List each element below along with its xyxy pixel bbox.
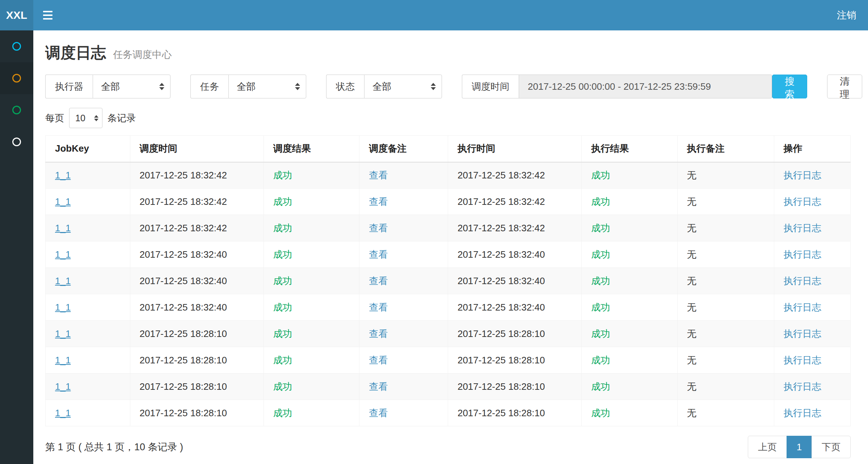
top-navbar: XXL 注销: [0, 0, 868, 30]
pagination-next-button[interactable]: 下页: [812, 436, 851, 458]
sidebar-item-3[interactable]: [0, 94, 33, 126]
jobkey-link[interactable]: 1_1: [55, 170, 71, 181]
exec-log-link[interactable]: 执行日志: [784, 381, 821, 392]
trigger-msg-link[interactable]: 查看: [369, 275, 388, 286]
jobkey-link[interactable]: 1_1: [55, 223, 71, 233]
sidebar-menu: [0, 30, 33, 464]
app-logo[interactable]: XXL: [0, 0, 33, 30]
trigger-msg-link[interactable]: 查看: [369, 355, 388, 366]
trigger-msg-link[interactable]: 查看: [369, 223, 388, 233]
filter-bar: 执行器 全部 任务 全部 状态 全部 调度时间 搜索: [33, 68, 868, 102]
handle-time-cell: 2017-12-25 18:32:40: [448, 241, 581, 268]
handle-msg-cell: 无: [677, 321, 774, 347]
trigger-result-cell: 成功: [264, 215, 359, 241]
select-arrows-icon: [159, 83, 164, 90]
trigger-msg-link[interactable]: 查看: [369, 196, 388, 207]
header-handle-result: 执行结果: [582, 136, 678, 162]
status-filter-label: 状态: [326, 75, 364, 98]
trigger-time-cell: 2017-12-25 18:32:42: [130, 215, 264, 241]
handle-time-cell: 2017-12-25 18:28:10: [448, 400, 581, 426]
trigger-msg-link[interactable]: 查看: [369, 249, 388, 260]
executor-filter-select[interactable]: 全部: [93, 75, 170, 98]
logout-link[interactable]: 注销: [825, 0, 868, 30]
page-size-prefix-label: 每页: [45, 112, 64, 125]
jobkey-link[interactable]: 1_1: [55, 355, 71, 366]
trigger-time-cell: 2017-12-25 18:28:10: [130, 374, 264, 400]
page-size-value: 10: [75, 113, 85, 123]
pagination: 上页 1 下页: [748, 436, 851, 458]
handle-time-cell: 2017-12-25 18:28:10: [448, 374, 581, 400]
exec-log-link[interactable]: 执行日志: [784, 275, 821, 286]
exec-log-link[interactable]: 执行日志: [784, 196, 821, 207]
trigger-time-cell: 2017-12-25 18:28:10: [130, 347, 264, 374]
exec-log-link[interactable]: 执行日志: [784, 223, 821, 233]
trigger-result-cell: 成功: [264, 374, 359, 400]
trigger-time-cell: 2017-12-25 18:32:40: [130, 268, 264, 294]
sidebar-toggle-button[interactable]: [33, 0, 62, 30]
exec-log-link[interactable]: 执行日志: [784, 328, 821, 339]
trigger-msg-link[interactable]: 查看: [369, 328, 388, 339]
trigger-msg-link[interactable]: 查看: [369, 381, 388, 392]
pagination-page-1-button[interactable]: 1: [787, 436, 812, 458]
status-filter-value: 全部: [372, 80, 391, 93]
exec-log-link[interactable]: 执行日志: [784, 170, 821, 181]
pagination-prev-button[interactable]: 上页: [748, 436, 787, 458]
jobkey-link[interactable]: 1_1: [55, 302, 71, 313]
jobkey-link[interactable]: 1_1: [55, 196, 71, 207]
table-row: 1_12017-12-25 18:28:10成功查看2017-12-25 18:…: [46, 347, 851, 374]
trigger-result-cell: 成功: [264, 189, 359, 215]
status-filter-select[interactable]: 全部: [364, 75, 442, 98]
trigger-msg-link[interactable]: 查看: [369, 170, 388, 181]
page-subtitle: 任务调度中心: [113, 49, 172, 60]
handle-msg-cell: 无: [677, 215, 774, 241]
handle-result-cell: 成功: [582, 400, 678, 426]
job-filter-group: 任务 全部: [190, 75, 306, 98]
jobkey-link[interactable]: 1_1: [55, 249, 71, 260]
hamburger-icon: [43, 11, 52, 20]
exec-log-link[interactable]: 执行日志: [784, 408, 821, 418]
log-table-container: JobKey 调度时间 调度结果 调度备注 执行时间 执行结果 执行备注 操作 …: [33, 135, 868, 426]
trigger-msg-link[interactable]: 查看: [369, 302, 388, 313]
sidebar-item-4[interactable]: [0, 126, 33, 158]
trigger-time-filter-group: 调度时间: [462, 75, 772, 98]
header-action: 操作: [774, 136, 850, 162]
pagination-info: 第 1 页 ( 总共 1 页，10 条记录 ): [45, 440, 183, 454]
trigger-time-range-input[interactable]: [519, 75, 772, 98]
page-size-select[interactable]: 10: [69, 108, 102, 128]
main-content: 调度日志 任务调度中心 执行器 全部 任务 全部 状态 全部 调度时: [33, 30, 868, 464]
exec-log-link[interactable]: 执行日志: [784, 249, 821, 260]
page-size-suffix-label: 条记录: [108, 112, 136, 125]
circle-icon: [12, 138, 21, 146]
trigger-msg-link[interactable]: 查看: [369, 408, 388, 418]
header-trigger-msg: 调度备注: [359, 136, 448, 162]
filter-actions: 搜索 清理: [772, 75, 862, 98]
table-row: 1_12017-12-25 18:32:40成功查看2017-12-25 18:…: [46, 268, 851, 294]
circle-icon: [12, 74, 21, 83]
exec-log-link[interactable]: 执行日志: [784, 355, 821, 366]
handle-result-cell: 成功: [582, 189, 678, 215]
table-row: 1_12017-12-25 18:28:10成功查看2017-12-25 18:…: [46, 400, 851, 426]
sidebar-item-1[interactable]: [0, 30, 33, 62]
select-arrows-icon: [94, 115, 98, 121]
search-button[interactable]: 搜索: [772, 75, 807, 98]
trigger-time-cell: 2017-12-25 18:32:40: [130, 294, 264, 321]
handle-msg-cell: 无: [677, 189, 774, 215]
exec-log-link[interactable]: 执行日志: [784, 302, 821, 313]
handle-time-cell: 2017-12-25 18:32:40: [448, 294, 581, 321]
trigger-time-cell: 2017-12-25 18:32:40: [130, 241, 264, 268]
handle-msg-cell: 无: [677, 268, 774, 294]
jobkey-link[interactable]: 1_1: [55, 275, 71, 286]
circle-icon: [12, 42, 21, 51]
jobkey-link[interactable]: 1_1: [55, 328, 71, 339]
jobkey-link[interactable]: 1_1: [55, 381, 71, 392]
sidebar-item-2[interactable]: [0, 62, 33, 94]
clear-button[interactable]: 清理: [827, 75, 862, 98]
job-filter-select[interactable]: 全部: [228, 75, 306, 98]
handle-result-cell: 成功: [582, 321, 678, 347]
handle-msg-cell: 无: [677, 241, 774, 268]
header-handle-msg: 执行备注: [677, 136, 774, 162]
trigger-time-cell: 2017-12-25 18:32:42: [130, 162, 264, 189]
handle-result-cell: 成功: [582, 374, 678, 400]
jobkey-link[interactable]: 1_1: [55, 408, 71, 418]
executor-filter-value: 全部: [101, 80, 120, 93]
